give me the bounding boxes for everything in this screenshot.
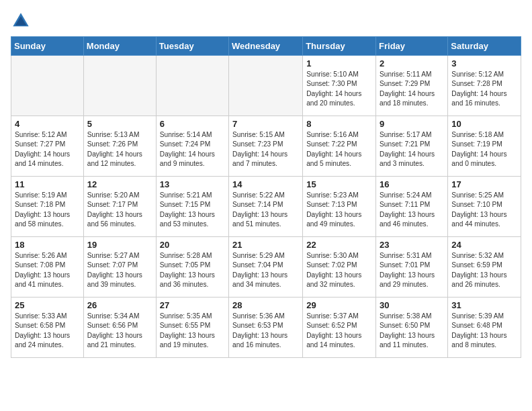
day-number: 14 (232, 179, 299, 189)
logo (11, 11, 34, 31)
day-number: 28 (232, 300, 299, 310)
day-info: Sunrise: 5:19 AM Sunset: 7:18 PM Dayligh… (15, 191, 80, 229)
day-number: 29 (306, 300, 372, 310)
day-number: 22 (306, 240, 372, 250)
day-info: Sunrise: 5:38 AM Sunset: 6:50 PM Dayligh… (380, 312, 444, 350)
calendar-cell: 22Sunrise: 5:30 AM Sunset: 7:02 PM Dayli… (303, 237, 376, 298)
day-number: 18 (15, 240, 80, 250)
day-number: 7 (232, 119, 299, 129)
calendar-cell: 8Sunrise: 5:16 AM Sunset: 7:22 PM Daylig… (303, 116, 376, 177)
day-info: Sunrise: 5:23 AM Sunset: 7:13 PM Dayligh… (306, 191, 372, 229)
calendar-cell (83, 56, 156, 116)
day-number: 17 (451, 179, 517, 189)
calendar-cell: 12Sunrise: 5:20 AM Sunset: 7:17 PM Dayli… (83, 177, 156, 237)
week-row-3: 11Sunrise: 5:19 AM Sunset: 7:18 PM Dayli… (11, 177, 521, 237)
calendar-cell: 31Sunrise: 5:39 AM Sunset: 6:48 PM Dayli… (448, 298, 521, 358)
calendar-cell: 21Sunrise: 5:29 AM Sunset: 7:04 PM Dayli… (229, 237, 303, 298)
day-info: Sunrise: 5:24 AM Sunset: 7:11 PM Dayligh… (380, 191, 444, 229)
day-number: 31 (451, 300, 517, 310)
day-info: Sunrise: 5:36 AM Sunset: 6:53 PM Dayligh… (232, 312, 299, 350)
calendar-cell (229, 56, 303, 116)
calendar-cell: 23Sunrise: 5:31 AM Sunset: 7:01 PM Dayli… (376, 237, 448, 298)
day-info: Sunrise: 5:12 AM Sunset: 7:27 PM Dayligh… (15, 130, 80, 169)
day-info: Sunrise: 5:34 AM Sunset: 6:56 PM Dayligh… (87, 312, 152, 350)
day-number: 26 (87, 300, 152, 310)
calendar-cell (156, 56, 228, 116)
day-info: Sunrise: 5:10 AM Sunset: 7:30 PM Dayligh… (306, 70, 372, 108)
day-info: Sunrise: 5:33 AM Sunset: 6:58 PM Dayligh… (15, 312, 80, 350)
calendar-cell: 7Sunrise: 5:15 AM Sunset: 7:23 PM Daylig… (229, 116, 303, 177)
week-row-2: 4Sunrise: 5:12 AM Sunset: 7:27 PM Daylig… (11, 116, 521, 177)
day-number: 11 (15, 179, 80, 189)
day-info: Sunrise: 5:17 AM Sunset: 7:21 PM Dayligh… (380, 130, 444, 169)
day-number: 21 (232, 240, 299, 250)
calendar-cell: 5Sunrise: 5:13 AM Sunset: 7:26 PM Daylig… (83, 116, 156, 177)
calendar-cell: 24Sunrise: 5:32 AM Sunset: 6:59 PM Dayli… (448, 237, 521, 298)
day-info: Sunrise: 5:11 AM Sunset: 7:29 PM Dayligh… (380, 70, 444, 108)
calendar-cell: 4Sunrise: 5:12 AM Sunset: 7:27 PM Daylig… (11, 116, 84, 177)
day-number: 1 (306, 58, 372, 68)
day-header-saturday: Saturday (448, 37, 521, 56)
day-info: Sunrise: 5:39 AM Sunset: 6:48 PM Dayligh… (451, 312, 517, 350)
day-info: Sunrise: 5:31 AM Sunset: 7:01 PM Dayligh… (380, 251, 444, 289)
calendar-cell: 1Sunrise: 5:10 AM Sunset: 7:30 PM Daylig… (303, 56, 376, 116)
day-info: Sunrise: 5:21 AM Sunset: 7:15 PM Dayligh… (160, 191, 225, 229)
day-info: Sunrise: 5:32 AM Sunset: 6:59 PM Dayligh… (451, 251, 517, 289)
day-number: 24 (451, 240, 517, 250)
day-info: Sunrise: 5:12 AM Sunset: 7:28 PM Dayligh… (451, 70, 517, 108)
calendar-cell: 29Sunrise: 5:37 AM Sunset: 6:52 PM Dayli… (303, 298, 376, 358)
day-number: 6 (160, 119, 225, 129)
day-header-tuesday: Tuesday (156, 37, 228, 56)
day-number: 19 (87, 240, 152, 250)
week-row-1: 1Sunrise: 5:10 AM Sunset: 7:30 PM Daylig… (11, 56, 521, 116)
calendar-header-row: SundayMondayTuesdayWednesdayThursdayFrid… (11, 37, 521, 56)
calendar-cell: 30Sunrise: 5:38 AM Sunset: 6:50 PM Dayli… (376, 298, 448, 358)
week-row-4: 18Sunrise: 5:26 AM Sunset: 7:08 PM Dayli… (11, 237, 521, 298)
day-info: Sunrise: 5:28 AM Sunset: 7:05 PM Dayligh… (160, 251, 225, 289)
calendar-cell: 16Sunrise: 5:24 AM Sunset: 7:11 PM Dayli… (376, 177, 448, 237)
calendar-cell: 3Sunrise: 5:12 AM Sunset: 7:28 PM Daylig… (448, 56, 521, 116)
day-header-sunday: Sunday (11, 37, 84, 56)
day-info: Sunrise: 5:22 AM Sunset: 7:14 PM Dayligh… (232, 191, 299, 229)
calendar-table: SundayMondayTuesdayWednesdayThursdayFrid… (11, 36, 521, 358)
day-number: 3 (451, 58, 517, 68)
day-info: Sunrise: 5:27 AM Sunset: 7:07 PM Dayligh… (87, 251, 152, 289)
day-number: 12 (87, 179, 152, 189)
day-number: 20 (160, 240, 225, 250)
calendar-cell: 10Sunrise: 5:18 AM Sunset: 7:19 PM Dayli… (448, 116, 521, 177)
day-header-thursday: Thursday (303, 37, 376, 56)
day-header-monday: Monday (83, 37, 156, 56)
calendar-cell: 15Sunrise: 5:23 AM Sunset: 7:13 PM Dayli… (303, 177, 376, 237)
day-header-wednesday: Wednesday (229, 37, 303, 56)
calendar-cell: 11Sunrise: 5:19 AM Sunset: 7:18 PM Dayli… (11, 177, 84, 237)
day-number: 8 (306, 119, 372, 129)
day-number: 27 (160, 300, 225, 310)
calendar-cell: 2Sunrise: 5:11 AM Sunset: 7:29 PM Daylig… (376, 56, 448, 116)
day-number: 10 (451, 119, 517, 129)
logo-icon (11, 11, 31, 31)
day-number: 16 (380, 179, 444, 189)
week-row-5: 25Sunrise: 5:33 AM Sunset: 6:58 PM Dayli… (11, 298, 521, 358)
day-info: Sunrise: 5:14 AM Sunset: 7:24 PM Dayligh… (160, 130, 225, 169)
calendar-cell: 17Sunrise: 5:25 AM Sunset: 7:10 PM Dayli… (448, 177, 521, 237)
day-info: Sunrise: 5:29 AM Sunset: 7:04 PM Dayligh… (232, 251, 299, 289)
calendar-cell: 6Sunrise: 5:14 AM Sunset: 7:24 PM Daylig… (156, 116, 228, 177)
day-number: 5 (87, 119, 152, 129)
day-number: 23 (380, 240, 444, 250)
day-info: Sunrise: 5:37 AM Sunset: 6:52 PM Dayligh… (306, 312, 372, 350)
calendar-cell: 27Sunrise: 5:35 AM Sunset: 6:55 PM Dayli… (156, 298, 228, 358)
page-header (11, 11, 521, 31)
calendar-cell: 18Sunrise: 5:26 AM Sunset: 7:08 PM Dayli… (11, 237, 84, 298)
day-info: Sunrise: 5:16 AM Sunset: 7:22 PM Dayligh… (306, 130, 372, 169)
day-info: Sunrise: 5:15 AM Sunset: 7:23 PM Dayligh… (232, 130, 299, 169)
day-number: 25 (15, 300, 80, 310)
calendar-cell: 20Sunrise: 5:28 AM Sunset: 7:05 PM Dayli… (156, 237, 228, 298)
day-info: Sunrise: 5:20 AM Sunset: 7:17 PM Dayligh… (87, 191, 152, 229)
day-number: 15 (306, 179, 372, 189)
day-number: 30 (380, 300, 444, 310)
day-number: 2 (380, 58, 444, 68)
day-info: Sunrise: 5:18 AM Sunset: 7:19 PM Dayligh… (451, 130, 517, 169)
calendar-cell: 13Sunrise: 5:21 AM Sunset: 7:15 PM Dayli… (156, 177, 228, 237)
day-info: Sunrise: 5:13 AM Sunset: 7:26 PM Dayligh… (87, 130, 152, 169)
day-info: Sunrise: 5:25 AM Sunset: 7:10 PM Dayligh… (451, 191, 517, 229)
